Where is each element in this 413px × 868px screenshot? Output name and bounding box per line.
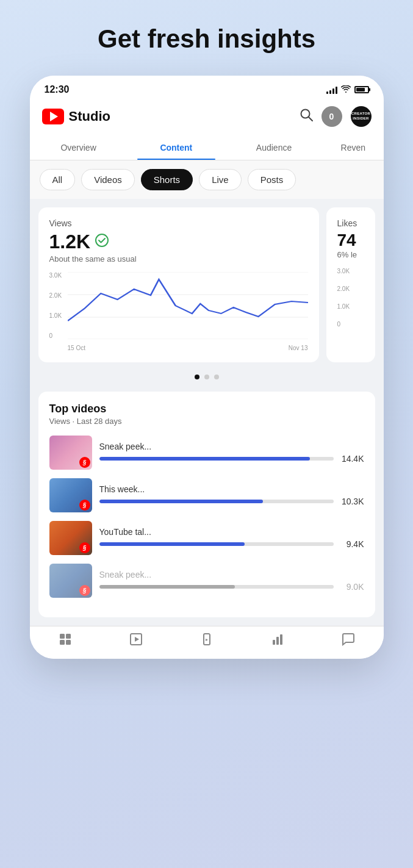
chip-live[interactable]: Live: [199, 169, 242, 190]
check-icon: [95, 234, 109, 250]
video-thumb-4: §: [49, 564, 92, 598]
svg-line-1: [309, 117, 312, 121]
dot-3: [214, 375, 219, 379]
nav-tabs: Overview Content Audience Reven: [30, 135, 384, 160]
video-count-4: 9.0K: [340, 582, 364, 592]
chart-svg: [68, 272, 308, 339]
chip-shorts[interactable]: Shorts: [141, 169, 193, 190]
svg-rect-9: [60, 640, 65, 645]
svg-rect-15: [280, 634, 282, 645]
video-bar-row-1: 14.4K: [99, 454, 364, 464]
nav-dashboard[interactable]: [30, 633, 101, 649]
likes-y-0: 0: [337, 321, 364, 328]
video-name-4: Sneak peek...: [99, 570, 364, 579]
nav-comments[interactable]: [313, 633, 384, 649]
video-item-1[interactable]: § Sneak peek... 14.4K: [49, 436, 364, 470]
chart-x-labels: 15 Oct Nov 13: [68, 345, 308, 351]
tab-revenue[interactable]: Reven: [323, 135, 383, 160]
status-bar: 12:30: [30, 76, 384, 100]
video-count-1: 14.4K: [340, 454, 364, 464]
shorts-nav-icon: [200, 633, 214, 649]
likes-value: 74: [337, 231, 364, 250]
tab-audience[interactable]: Audience: [225, 135, 323, 160]
dashboard-icon: [59, 633, 72, 649]
nav-analytics[interactable]: [242, 633, 313, 649]
tab-content[interactable]: Content: [127, 135, 225, 160]
notification-button[interactable]: 0: [321, 106, 342, 127]
top-videos-card: Top videos Views · Last 28 days § Sneak …: [38, 392, 375, 617]
filter-chips: All Videos Shorts Live Posts: [30, 160, 384, 199]
battery-icon: [354, 86, 369, 93]
status-icons: [326, 85, 369, 95]
views-card: Views 1.2K About the same as usual 3.0K: [38, 207, 319, 362]
video-bar-fill-1: [99, 457, 311, 461]
likes-y-2k: 2.0K: [337, 285, 364, 292]
video-item-3[interactable]: § YouTube tal... 9.4K: [49, 521, 364, 555]
content-icon: [129, 633, 143, 649]
chip-videos[interactable]: Videos: [81, 169, 135, 190]
signal-icon: [326, 85, 337, 94]
creator-insider-button[interactable]: CREATORINSIDER: [351, 106, 372, 127]
chip-posts[interactable]: Posts: [248, 169, 296, 190]
svg-rect-10: [66, 640, 71, 645]
video-bar-row-3: 9.4K: [99, 539, 364, 549]
wifi-icon: [341, 85, 351, 95]
page-title: Get fresh insights: [85, 24, 328, 54]
shorts-badge-4: §: [79, 585, 90, 596]
likes-card: Likes 74 6% le 3.0K 2.0K 1.0K 0: [326, 207, 375, 362]
bottom-nav: [30, 626, 384, 659]
likes-y-3k: 3.0K: [337, 268, 364, 274]
youtube-logo: [42, 109, 64, 124]
top-videos-subtitle: Views · Last 28 days: [49, 417, 364, 426]
video-bar-bg-1: [99, 457, 334, 461]
x-label-start: 15 Oct: [68, 345, 85, 351]
search-button[interactable]: [300, 108, 313, 125]
video-item-2[interactable]: § This week... 10.3K: [49, 478, 364, 512]
video-bar-bg-2: [99, 500, 334, 503]
nav-shorts[interactable]: [171, 633, 242, 649]
video-bar-fill-3: [99, 542, 245, 546]
status-time: 12:30: [45, 84, 70, 95]
video-bar-fill-4: [99, 585, 235, 589]
y-label-3k: 3.0K: [49, 272, 62, 279]
comments-icon: [342, 633, 355, 649]
logo-area: Studio: [42, 109, 110, 124]
views-value-row: 1.2K: [49, 231, 308, 253]
video-thumb-2: §: [49, 478, 92, 512]
svg-rect-8: [66, 634, 71, 639]
video-bar-row-2: 10.3K: [99, 497, 364, 506]
dot-1: [195, 375, 199, 379]
shorts-badge-3: §: [79, 542, 90, 553]
video-item-4[interactable]: § Sneak peek... 9.0K: [49, 564, 364, 598]
video-thumb-3: §: [49, 521, 92, 555]
video-bar-bg-3: [99, 542, 334, 546]
svg-rect-14: [276, 637, 279, 645]
analytics-icon: [271, 633, 284, 649]
stats-row: Views 1.2K About the same as usual 3.0K: [38, 207, 375, 362]
video-name-2: This week...: [99, 484, 364, 494]
x-label-end: Nov 13: [289, 345, 308, 351]
app-header: Studio 0 CREATORINSIDER: [30, 100, 384, 135]
views-value: 1.2K: [49, 231, 91, 253]
svg-point-2: [96, 234, 108, 246]
chip-all[interactable]: All: [40, 169, 76, 190]
video-info-3: YouTube tal... 9.4K: [99, 527, 364, 549]
video-bar-row-4: 9.0K: [99, 582, 364, 592]
phone-frame: 12:30: [30, 76, 384, 659]
likes-status: 6% le: [337, 250, 364, 259]
studio-label: Studio: [69, 109, 110, 124]
video-name-3: YouTube tal...: [99, 527, 364, 537]
views-label: Views: [49, 218, 308, 228]
nav-content[interactable]: [101, 633, 171, 649]
video-thumb-1: §: [49, 436, 92, 470]
video-count-3: 9.4K: [340, 539, 364, 549]
video-bar-fill-2: [99, 500, 264, 503]
chart-y-labels: 3.0K 2.0K 1.0K 0: [49, 272, 62, 339]
video-count-2: 10.3K: [340, 497, 364, 506]
likes-y-1k: 1.0K: [337, 303, 364, 310]
tab-overview[interactable]: Overview: [30, 135, 127, 160]
svg-rect-13: [273, 640, 275, 645]
video-name-1: Sneak peek...: [99, 442, 364, 451]
shorts-badge-2: §: [79, 500, 90, 511]
video-info-2: This week... 10.3K: [99, 484, 364, 506]
